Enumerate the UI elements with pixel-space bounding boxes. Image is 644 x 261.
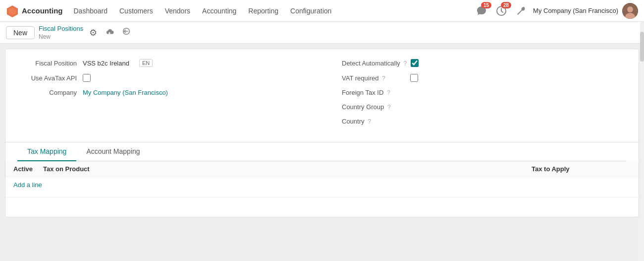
breadcrumb-area: Fiscal Positions New [39,25,83,40]
fiscal-position-value[interactable]: VSS b2c Ireland [83,60,129,67]
user-avatar[interactable] [622,3,638,19]
table-footer-row [5,197,639,217]
detect-auto-checkbox[interactable] [411,59,419,67]
col-header-active: Active [13,165,43,173]
country-label: Country ? [342,118,406,125]
updates-badge: 28 [501,2,511,8]
foreign-tax-label: Foreign Tax ID ? [342,89,406,96]
table-header: Active Tax on Product Tax to Apply [5,161,639,177]
company-label: Company [17,89,77,96]
top-nav: Accounting Dashboard Customers Vendors A… [0,0,644,22]
new-button[interactable]: New [6,26,35,39]
foreign-tax-help-icon[interactable]: ? [387,89,390,96]
vat-required-label: VAT required ? [342,74,406,82]
fiscal-position-label: Fiscal Position [17,60,77,67]
use-avatax-label: Use AvaTax API [17,74,77,82]
country-group-label: Country Group ? [342,103,406,111]
messages-button[interactable]: 15 [474,3,489,19]
tabs-nav: Tax Mapping Account Mapping [17,142,627,161]
detect-auto-row: Detect Automatically ? [342,59,627,67]
nav-item-customers[interactable]: Customers [114,5,158,17]
avatar-image [622,3,638,19]
fiscal-position-row: Fiscal Position VSS b2c Ireland EN [17,59,302,67]
country-help-icon[interactable]: ? [368,118,371,125]
col-header-tax-to-apply: Tax to Apply [532,165,631,173]
nav-item-configuration[interactable]: Configuration [285,5,336,17]
nav-item-reporting[interactable]: Reporting [243,5,283,17]
nav-right-area: 15 28 My Company (San Francisco) [474,3,638,19]
cloud-save-button[interactable] [103,26,116,39]
wrench-icon [516,6,526,16]
company-name[interactable]: My Company (San Francisco) [533,7,618,14]
breadcrumb-link[interactable]: Fiscal Positions [39,25,83,32]
gear-button[interactable]: ⚙ [87,26,99,39]
discard-button[interactable] [120,26,133,39]
table-body: Add a line [5,177,639,197]
use-avatax-row: Use AvaTax API [17,74,302,82]
vat-required-help-icon[interactable]: ? [382,75,385,82]
detect-auto-help-icon[interactable]: ? [403,60,407,67]
nav-item-dashboard[interactable]: Dashboard [69,5,113,17]
scrollbar-thumb[interactable] [640,32,644,62]
nav-item-vendors[interactable]: Vendors [160,5,195,17]
svg-point-4 [627,6,633,12]
odoo-logo-icon [6,4,19,17]
use-avatax-checkbox[interactable] [83,74,91,82]
company-row: Company My Company (San Francisco) [17,89,302,96]
company-value[interactable]: My Company (San Francisco) [83,89,168,96]
country-group-help-icon[interactable]: ? [387,104,391,111]
updates-button[interactable]: 28 [493,3,509,19]
record-status: New [39,33,83,40]
vat-required-row: VAT required ? [342,74,627,82]
country-row: Country ? [342,118,627,125]
tab-content-tax-mapping: Active Tax on Product Tax to Apply Add a… [5,161,639,217]
vat-required-checkbox[interactable] [410,74,418,82]
cloud-icon [105,27,114,36]
detect-auto-label: Detect Automatically ? [342,60,407,67]
country-group-row: Country Group ? [342,103,627,111]
messages-badge: 15 [481,2,491,8]
tabs-container: Tax Mapping Account Mapping [5,142,639,161]
form-right: Detect Automatically ? VAT required ? Fo… [322,59,627,132]
scrollbar[interactable] [640,22,644,222]
app-name: Accounting [22,6,63,15]
reset-icon [122,27,131,36]
language-badge[interactable]: EN [139,59,153,67]
settings-button[interactable] [513,3,529,19]
nav-item-accounting[interactable]: Accounting [197,5,241,17]
form-section: Fiscal Position VSS b2c Ireland EN Use A… [5,49,639,142]
tab-account-mapping[interactable]: Account Mapping [76,142,150,161]
add-line-button[interactable]: Add a line [5,177,50,193]
col-header-tax-on-product: Tax on Product [43,165,532,173]
tab-tax-mapping[interactable]: Tax Mapping [17,142,76,161]
form-left: Fiscal Position VSS b2c Ireland EN Use A… [17,59,322,132]
toolbar: New Fiscal Positions New ⚙ [0,22,644,44]
app-logo[interactable]: Accounting [6,4,63,17]
main-content: Fiscal Position VSS b2c Ireland EN Use A… [5,49,639,217]
foreign-tax-row: Foreign Tax ID ? [342,89,627,96]
